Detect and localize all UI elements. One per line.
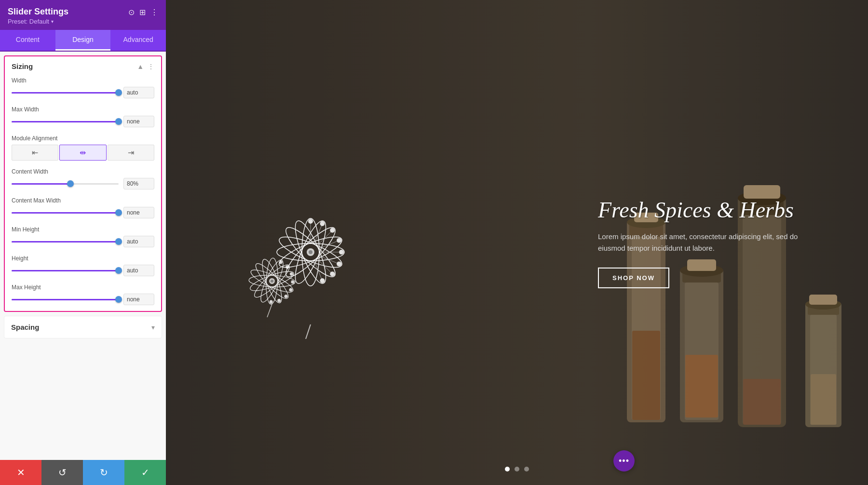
alignment-group: ⇤ ⇹ ⇥ (12, 145, 154, 161)
slider-heading: Fresh Spices & Herbs (598, 197, 810, 223)
svg-point-66 (269, 300, 272, 303)
undo-button[interactable]: ↺ (41, 460, 83, 485)
svg-rect-17 (743, 379, 781, 425)
svg-rect-23 (811, 374, 836, 425)
sizing-header-icons: ▲ ⋮ (137, 63, 154, 70)
height-row: Height auto (12, 255, 154, 276)
align-right-icon: ⇥ (128, 148, 134, 157)
sizing-title: Sizing (12, 62, 33, 70)
content-width-label: Content Width (12, 168, 154, 175)
max-height-value[interactable]: none (123, 294, 154, 305)
svg-point-40 (308, 219, 313, 224)
max-height-slider[interactable] (12, 299, 119, 300)
dot-3[interactable] (524, 467, 529, 472)
layout-icon[interactable]: ⊞ (139, 8, 146, 17)
redo-icon: ↻ (100, 467, 108, 478)
tab-content[interactable]: Content (0, 30, 55, 51)
module-alignment-row: Module Alignment ⇤ ⇹ ⇥ (12, 135, 154, 161)
align-left-btn[interactable]: ⇤ (12, 145, 58, 161)
save-icon: ✓ (141, 467, 149, 478)
content-width-value[interactable]: 80% (123, 178, 154, 189)
slider-content: Fresh Spices & Herbs Lorem ipsum dolor s… (598, 197, 810, 288)
spacing-section: Spacing ▾ (4, 316, 162, 338)
svg-line-70 (306, 324, 311, 339)
fab-icon: ••• (619, 456, 629, 466)
shop-now-button[interactable]: SHOP NOW (598, 268, 669, 288)
content-max-width-row: Content Max Width none (12, 197, 154, 218)
settings-icon[interactable]: ⊙ (128, 8, 135, 17)
align-center-btn[interactable]: ⇹ (59, 145, 106, 161)
panel-header-icons: ⊙ ⊞ ⋮ (128, 8, 158, 17)
content-width-row: Content Width 80% (12, 168, 154, 189)
spacing-chevron-icon: ▾ (151, 323, 155, 331)
close-icon: ✕ (17, 467, 25, 478)
svg-line-71 (267, 304, 272, 317)
panel-content: Sizing ▲ ⋮ Width auto Max (0, 52, 166, 460)
min-height-value[interactable]: auto (123, 236, 154, 247)
star-anise-illustration (224, 146, 397, 339)
settings-panel: Slider Settings Preset: Default ▾ ⊙ ⊞ ⋮ … (0, 0, 166, 485)
svg-point-50 (309, 250, 312, 254)
tab-design[interactable]: Design (55, 30, 111, 51)
width-row: Width auto (12, 77, 154, 98)
svg-point-64 (291, 280, 294, 283)
max-width-row: Max Width none (12, 106, 154, 127)
min-height-label: Min Height (12, 226, 154, 233)
max-height-label: Max Height (12, 284, 154, 291)
content-max-width-control: none (12, 207, 154, 218)
panel-title: Slider Settings (8, 7, 68, 17)
max-width-label: Max Width (12, 106, 154, 113)
undo-icon: ↺ (58, 467, 67, 478)
width-slider[interactable] (12, 92, 119, 94)
preview-area: Fresh Spices & Herbs Lorem ipsum dolor s… (166, 0, 868, 485)
dot-1[interactable] (505, 467, 510, 472)
height-value[interactable]: auto (123, 265, 154, 276)
width-control: auto (12, 87, 154, 98)
preset-chevron-icon: ▾ (51, 19, 54, 24)
min-height-slider[interactable] (12, 241, 119, 242)
save-button[interactable]: ✓ (124, 460, 166, 485)
max-width-value[interactable]: none (123, 116, 154, 127)
panel-preset[interactable]: Preset: Default ▾ (8, 18, 68, 25)
max-height-row: Max Height none (12, 284, 154, 305)
height-slider[interactable] (12, 270, 119, 271)
max-height-control: none (12, 294, 154, 305)
svg-rect-15 (632, 331, 660, 420)
max-width-slider[interactable] (12, 121, 119, 122)
slider-description: Lorem ipsum dolor sit amet, consectetur … (598, 231, 810, 254)
content-width-control: 80% (12, 178, 154, 189)
dot-2[interactable] (515, 467, 519, 472)
bottom-toolbar: ✕ ↺ ↻ ✓ (0, 460, 166, 485)
align-right-btn[interactable]: ⇥ (108, 145, 154, 161)
redo-button[interactable]: ↻ (83, 460, 124, 485)
spacing-title: Spacing (11, 323, 39, 331)
min-height-control: auto (12, 236, 154, 247)
collapse-icon[interactable]: ▲ (137, 63, 144, 70)
more-icon[interactable]: ⋮ (150, 8, 158, 17)
width-value[interactable]: auto (123, 87, 154, 98)
content-max-width-label: Content Max Width (12, 197, 154, 204)
sizing-more-icon[interactable]: ⋮ (148, 63, 154, 70)
sizing-section-header: Sizing ▲ ⋮ (12, 62, 154, 70)
close-button[interactable]: ✕ (0, 460, 41, 485)
align-center-icon: ⇹ (80, 148, 86, 157)
module-alignment-label: Module Alignment (12, 135, 154, 142)
max-width-control: none (12, 116, 154, 127)
fab-button[interactable]: ••• (613, 450, 635, 472)
height-label: Height (12, 255, 154, 262)
width-label: Width (12, 77, 154, 84)
panel-header: Slider Settings Preset: Default ▾ ⊙ ⊞ ⋮ (0, 0, 166, 30)
svg-point-42 (339, 250, 344, 255)
height-control: auto (12, 265, 154, 276)
slider-dots (505, 467, 529, 472)
tab-advanced[interactable]: Advanced (110, 30, 166, 51)
content-max-width-value[interactable]: none (123, 207, 154, 218)
spacing-header[interactable]: Spacing ▾ (11, 323, 155, 331)
content-width-slider[interactable] (12, 183, 119, 185)
svg-rect-16 (685, 355, 718, 418)
min-height-row: Min Height auto (12, 226, 154, 247)
svg-rect-22 (809, 295, 837, 305)
align-left-icon: ⇤ (32, 148, 38, 157)
sizing-section: Sizing ▲ ⋮ Width auto Max (4, 55, 162, 312)
content-max-width-slider[interactable] (12, 212, 119, 214)
